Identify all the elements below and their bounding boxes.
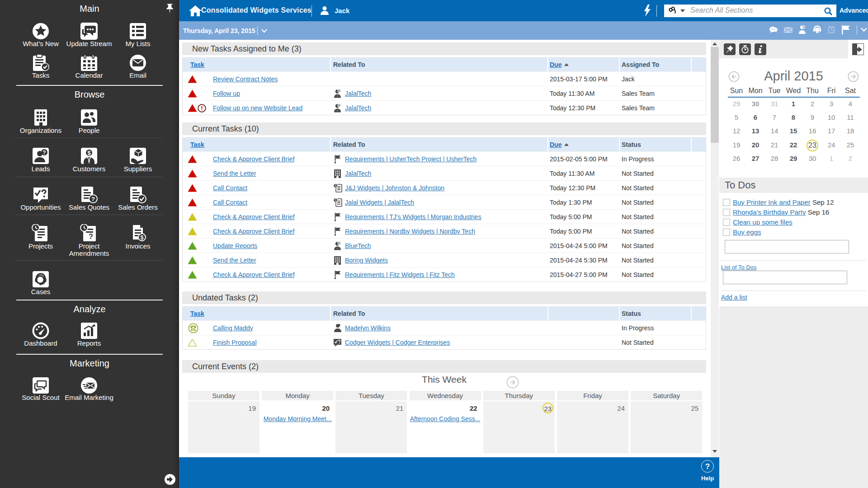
svg-text:$: $ bbox=[87, 150, 91, 156]
svg-text:?: ? bbox=[91, 196, 95, 202]
svg-text:$: $ bbox=[338, 242, 340, 245]
svg-text:$: $ bbox=[338, 104, 340, 108]
svg-text:?: ? bbox=[89, 233, 93, 240]
svg-text:$: $ bbox=[141, 235, 144, 241]
svg-text:?: ? bbox=[42, 150, 46, 156]
svg-text:$: $ bbox=[338, 89, 340, 93]
svg-text:?: ? bbox=[803, 25, 805, 28]
